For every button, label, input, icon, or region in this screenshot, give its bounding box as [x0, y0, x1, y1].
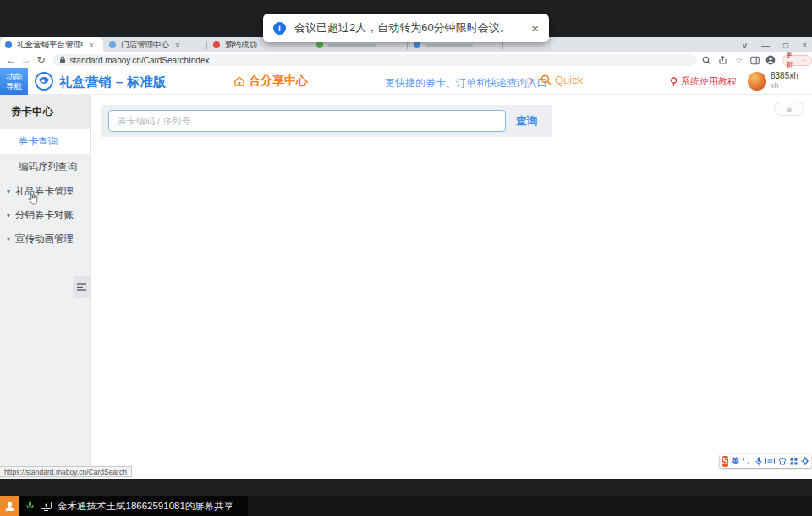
address-bar[interactable]: standard.maboy.cn/CardSearchIndex: [52, 54, 697, 66]
tab-title-obscured: [425, 44, 473, 47]
sidebar-group-promo-animation-mgmt[interactable]: ▾ 宣传动画管理: [0, 227, 90, 250]
brand-logo-icon: [35, 72, 53, 94]
magnifier-icon: [540, 74, 551, 85]
sidebar-group-gift-card-mgmt[interactable]: ▾ 礼品券卡管理: [0, 179, 90, 203]
screen-share-text: 金禾通技术王斌18662591081的屏幕共享: [58, 500, 233, 513]
padlock-icon: [59, 56, 66, 64]
tab-close-icon[interactable]: ×: [175, 41, 180, 50]
tab-title: 门店管理中心: [121, 40, 169, 51]
nav-toggle-label: 功能: [6, 72, 22, 81]
share-icon[interactable]: [718, 55, 728, 65]
user-subname: xh: [771, 81, 779, 90]
share-center-link[interactable]: 合分享中心: [233, 74, 308, 89]
tab-favicon: [5, 41, 12, 48]
more-vert-icon: ⋮: [801, 57, 808, 64]
search-button[interactable]: 查询: [516, 105, 537, 137]
app-title: 礼盒营销 – 标准版: [59, 74, 167, 91]
zoom-icon[interactable]: [702, 55, 712, 65]
tab-close-icon[interactable]: ×: [89, 41, 94, 50]
toast-message: 会议已超过2人，自动转为60分钟限时会议。: [294, 20, 511, 36]
tab-favicon: [109, 41, 116, 48]
sidebar-item-card-search[interactable]: 券卡查询: [0, 129, 90, 154]
taskbar: 金禾通技术王斌18662591081的屏幕共享: [0, 496, 812, 516]
card-search-input[interactable]: [108, 110, 506, 132]
toast-close-icon[interactable]: ×: [529, 21, 540, 36]
window-menu-icon[interactable]: ∨: [742, 41, 748, 50]
sogou-ime-toolbar: S 英 ’，: [720, 454, 811, 468]
back-icon[interactable]: ←: [3, 54, 19, 66]
hamburger-icon: [77, 283, 86, 291]
browser-window: 礼盒营销平台管理中心 × 门店管理中心 × 预约成功 ∨ — □ ×: [0, 37, 812, 479]
status-bar-link: https://standard.maboy.cn/CardSearch: [0, 466, 132, 477]
sidebar: 券卡中心 券卡查询 编码序列查询 ▾ 礼品券卡管理 ▾ 分销券卡对账 ▾ 宣传动…: [0, 95, 91, 479]
tab-gift-admin[interactable]: 礼盒营销平台管理中心 ×: [0, 37, 103, 52]
function-nav-toggle[interactable]: 功能 导航: [0, 68, 28, 95]
quick-label: Quick: [555, 74, 583, 86]
chrome-update-button[interactable]: 更新 ⋮: [782, 55, 812, 66]
sogou-logo-icon[interactable]: S: [722, 456, 728, 467]
tutorial-label: 系统使用教程: [681, 75, 737, 88]
nav-toggle-label: 导航: [6, 81, 22, 91]
window-close-icon[interactable]: ×: [802, 41, 807, 50]
chevron-down-icon: ▾: [7, 188, 10, 195]
url-text: standard.maboy.cn/CardSearchIndex: [70, 56, 210, 65]
tab-store-admin[interactable]: 门店管理中心 ×: [104, 37, 206, 52]
side-panel-icon[interactable]: [749, 55, 760, 65]
main-panel: » 查询: [91, 95, 812, 479]
screen-share-icon: [41, 502, 52, 511]
meeting-toast: i 会议已超过2人，自动转为60分钟限时会议。 ×: [263, 14, 549, 42]
sidebar-item-label: 券卡查询: [19, 135, 58, 148]
participant-icon: [0, 496, 19, 516]
bookmark-star-icon[interactable]: ☆: [734, 55, 744, 65]
sidebar-item-label: 分销券卡对账: [15, 209, 74, 222]
house-icon: [233, 75, 245, 87]
tab-favicon: [316, 41, 323, 48]
tutorial-link[interactable]: 系统使用教程: [670, 75, 737, 88]
pointing-finger-icon: ☞: [526, 74, 536, 87]
forward-icon[interactable]: →: [19, 54, 34, 66]
ime-mic-icon[interactable]: [755, 457, 762, 466]
window-restore-icon[interactable]: □: [783, 41, 788, 50]
tab-favicon: [414, 41, 420, 48]
tab-separator: [206, 41, 207, 49]
update-label: 更新: [786, 51, 799, 69]
share-center-label: 合分享中心: [249, 74, 308, 89]
app-header: 功能 导航 礼盒营销 – 标准版 合分享中心 更快捷的券卡、订单和快递查询入口 …: [0, 68, 812, 95]
tab-title: 礼盒营销平台管理中心: [17, 40, 83, 51]
card-search-panel: 查询: [102, 105, 552, 137]
chevron-down-icon: ▾: [7, 235, 10, 243]
ime-keyboard-icon[interactable]: [765, 458, 775, 464]
profile-avatar-icon[interactable]: [765, 55, 776, 65]
quick-search-link[interactable]: Quick: [540, 74, 583, 86]
sidebar-item-label: 礼品券卡管理: [15, 185, 74, 198]
tab-title-obscured: [328, 44, 376, 47]
user-avatar[interactable]: [748, 72, 766, 91]
sidebar-group-distribution-reconciliation[interactable]: ▾ 分销券卡对账: [0, 203, 90, 227]
user-name: 8385xh: [771, 71, 798, 80]
panel-expand-button[interactable]: »: [774, 102, 804, 116]
ime-settings-gear-icon[interactable]: [801, 457, 809, 465]
chevron-down-icon: ▾: [7, 211, 10, 219]
info-icon: i: [273, 22, 286, 35]
quick-entry-tip: 更快捷的券卡、订单和快递查询入口: [385, 76, 547, 91]
sidebar-title: 券卡中心: [0, 95, 90, 129]
page-content: 券卡中心 券卡查询 编码序列查询 ▾ 礼品券卡管理 ▾ 分销券卡对账 ▾ 宣传动…: [0, 95, 812, 479]
sidebar-item-label: 编码序列查询: [19, 161, 77, 173]
pin-icon: [670, 77, 678, 87]
sidebar-item-code-sequence-search[interactable]: 编码序列查询: [0, 154, 90, 179]
ime-toolbox-icon[interactable]: [790, 458, 798, 465]
tab-favicon: [213, 41, 220, 48]
screen-share-chip: 金禾通技术王斌18662591081的屏幕共享: [0, 496, 248, 516]
reload-icon[interactable]: ↻: [34, 54, 49, 66]
sidebar-item-label: 宣传动画管理: [15, 233, 74, 245]
toolbar-actions: ☆ 更新 ⋮: [702, 55, 812, 66]
window-minimize-icon[interactable]: —: [761, 41, 770, 50]
ime-skin-icon[interactable]: [778, 458, 787, 465]
ime-punctuation-toggle[interactable]: ’，: [743, 458, 753, 465]
ime-language-toggle[interactable]: 英: [732, 458, 739, 465]
mouse-hand-cursor: [27, 193, 38, 209]
microphone-icon: [26, 501, 34, 512]
tab-title: 预约成功: [225, 40, 257, 51]
sidebar-collapse-toggle[interactable]: [73, 276, 91, 298]
browser-toolbar: ← → ↻ standard.maboy.cn/CardSearchIndex …: [0, 52, 812, 68]
